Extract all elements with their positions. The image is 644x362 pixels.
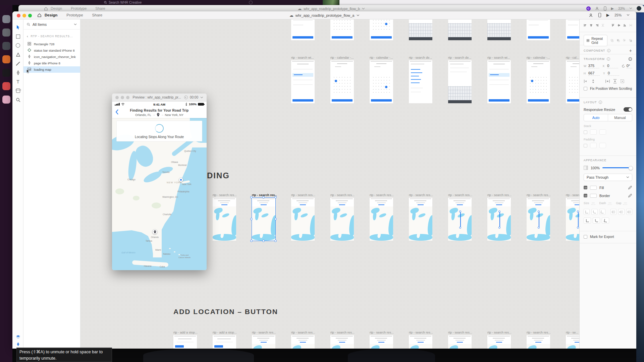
- resize-vertical-center-icon[interactable]: [613, 79, 617, 83]
- padding-checkbox[interactable]: [584, 144, 587, 147]
- align-bottom-icon[interactable]: [623, 23, 626, 27]
- artboard-thumbnail-form[interactable]: [527, 19, 550, 40]
- dock-app-icon[interactable]: [2, 69, 10, 77]
- select-tool[interactable]: [15, 24, 21, 30]
- boolean-subtract-icon[interactable]: [617, 39, 620, 43]
- layers-filter-label[interactable]: All Items: [33, 22, 47, 26]
- preview-titlebar[interactable]: Preview : whr_app_roadtrip_pr... 00:00: [112, 94, 207, 102]
- distribute-vertical-icon[interactable]: [629, 23, 632, 27]
- tab-prototype[interactable]: Prototype: [66, 13, 83, 17]
- artboard-label[interactable]: rtp - search res...: [527, 193, 551, 197]
- artboard-thumbnail-map-route[interactable]: [527, 198, 550, 241]
- share-user-icon[interactable]: [595, 6, 599, 10]
- layer-item[interactable]: loading map: [23, 66, 80, 73]
- fix-position-checkbox[interactable]: [584, 87, 587, 90]
- artboard-thumbnail-form-sel[interactable]: [487, 60, 511, 103]
- align-top-icon[interactable]: [611, 23, 614, 27]
- layer-item[interactable]: status bar standard iPhone 8: [23, 47, 80, 54]
- text-tool[interactable]: T: [15, 79, 21, 84]
- resize-horizontal-center-icon[interactable]: [605, 79, 610, 83]
- account-avatar[interactable]: [637, 6, 641, 11]
- artboard-thumbnail-map[interactable]: [330, 198, 354, 241]
- artboard-thumbnail-calendar-dot2[interactable]: [370, 19, 393, 40]
- polygon-tool[interactable]: [15, 52, 21, 57]
- resize-auto-tab[interactable]: Auto: [584, 114, 608, 121]
- record-icon[interactable]: [184, 96, 188, 99]
- selection-handle[interactable]: [274, 218, 277, 220]
- artboard-thumbnail-map[interactable]: [487, 335, 511, 349]
- artboard-label[interactable]: rtp - search de...: [409, 56, 434, 60]
- rotation-field[interactable]: 0°: [627, 64, 632, 68]
- ellipse-tool[interactable]: [15, 43, 21, 48]
- y-field[interactable]: 0: [608, 71, 619, 76]
- minimize-button[interactable]: [22, 14, 26, 17]
- add-component-button[interactable]: +: [629, 48, 632, 53]
- artboard-label[interactable]: rtp - search wi...: [291, 56, 316, 60]
- artboard-thumbnail-map[interactable]: [566, 335, 579, 349]
- artboard-label[interactable]: rtp - search res...: [370, 193, 394, 197]
- artboard-thumbnail-stop-form[interactable]: [173, 335, 197, 349]
- artboard-label[interactable]: rtp - search de...: [448, 56, 473, 60]
- new-york-map-pin[interactable]: [179, 178, 183, 182]
- artboard-label[interactable]: rtp - add a stop...: [173, 330, 198, 335]
- artboard-thumbnail-map[interactable]: [409, 335, 432, 349]
- opacity-value[interactable]: 100%: [591, 166, 600, 170]
- libraries-panel-icon[interactable]: [15, 341, 21, 347]
- zoom-tool[interactable]: [15, 97, 21, 103]
- artboard-label[interactable]: rtp - search res...: [330, 193, 355, 197]
- x-field[interactable]: 0: [607, 64, 618, 68]
- resize-manual-tab[interactable]: Manual: [608, 114, 632, 121]
- artboard-thumbnail-map-route[interactable]: [487, 198, 511, 241]
- artboard-label[interactable]: rtp - search res...: [487, 193, 512, 197]
- layer-item[interactable]: Rectangle 728: [23, 41, 80, 47]
- artboard-thumbnail-map[interactable]: [370, 335, 393, 349]
- 3d-transform-icon[interactable]: [628, 57, 632, 61]
- front-window-titlebar[interactable]: Design Prototype Share ☁ whr_app_roadtri…: [12, 11, 636, 19]
- pen-tool[interactable]: [15, 70, 21, 75]
- artboard-thumbnail-calendar-dot[interactable]: [330, 60, 354, 103]
- cap-round-icon[interactable]: [618, 209, 624, 215]
- artboard-thumbnail-map[interactable]: [213, 198, 236, 241]
- border-gap-value[interactable]: —: [623, 201, 627, 205]
- padding-individual-icon[interactable]: [599, 143, 606, 148]
- artboard-thumbnail-keyboard[interactable]: [409, 19, 432, 40]
- artboard-thumbnail-map[interactable]: [409, 198, 432, 241]
- eyedropper-icon[interactable]: [628, 193, 632, 198]
- chevron-down-icon[interactable]: [629, 7, 632, 9]
- preview-map[interactable]: Locating Stops Along Your Route Quebec C…: [112, 118, 207, 270]
- boolean-add-icon[interactable]: [611, 39, 614, 43]
- stack-vertical-icon[interactable]: [590, 129, 597, 135]
- eyedropper-icon[interactable]: [628, 185, 632, 190]
- artboard-thumbnail-map[interactable]: [252, 198, 275, 241]
- artboard-label[interactable]: rtp - search wi...: [487, 56, 512, 60]
- selection-handle[interactable]: [250, 218, 253, 220]
- resize-both-icon[interactable]: [620, 79, 625, 83]
- info-icon[interactable]: [599, 101, 602, 104]
- fill-swatch[interactable]: [590, 186, 597, 190]
- chevron-down-icon[interactable]: [200, 97, 203, 99]
- artboard-thumbnail-stop-form[interactable]: [213, 335, 236, 349]
- artboard-label[interactable]: rtp - search res...: [330, 330, 355, 335]
- desktop-preview-play-icon[interactable]: ▶: [606, 13, 609, 17]
- artboard-label[interactable]: rtp - search res...: [291, 330, 316, 335]
- artboard-thumbnail-map-route[interactable]: [448, 198, 472, 241]
- selection-handle[interactable]: [274, 196, 277, 198]
- chevron-down-icon[interactable]: [74, 23, 77, 25]
- layers-panel-icon[interactable]: [15, 334, 21, 340]
- tab-share[interactable]: Share: [92, 13, 103, 17]
- artboard-label[interactable]: rtp - search res...: [448, 193, 473, 197]
- zoom-level[interactable]: 25%: [614, 13, 622, 17]
- fill-checkbox[interactable]: [584, 186, 587, 189]
- align-left-icon[interactable]: [584, 23, 587, 27]
- minimize-button[interactable]: [121, 96, 124, 99]
- artboard-label[interactable]: rtp - calendar -...: [370, 56, 394, 60]
- artboard-thumbnail-calendar-dot2[interactable]: [370, 60, 393, 103]
- artboard-label[interactable]: rtp - search res...: [409, 193, 434, 197]
- artboard-label[interactable]: rtp - search res...: [566, 193, 579, 197]
- close-button[interactable]: [17, 14, 20, 17]
- creative-cloud-icon[interactable]: [586, 6, 591, 11]
- padding-uniform-icon[interactable]: [590, 143, 597, 148]
- selection-handle[interactable]: [262, 240, 265, 242]
- mark-for-export-checkbox[interactable]: [584, 235, 587, 239]
- chevron-down-icon[interactable]: [627, 14, 630, 16]
